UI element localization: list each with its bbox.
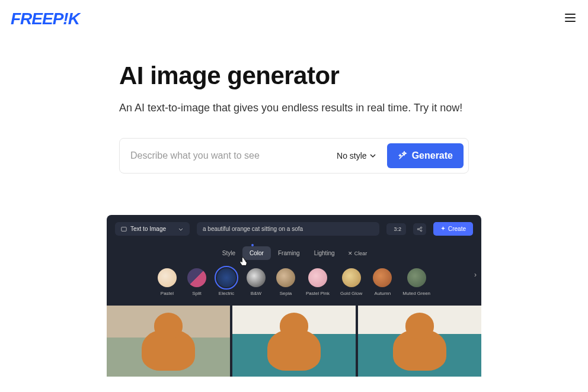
result-image[interactable] (358, 306, 481, 377)
tab-lighting[interactable]: Lighting (307, 246, 342, 260)
menu-icon[interactable] (563, 11, 577, 27)
swatch-icon (217, 268, 236, 287)
tab-color[interactable]: Color (242, 246, 271, 260)
main-content: AI image generator An AI text-to-image t… (113, 62, 475, 173)
create-button[interactable]: Create (433, 222, 473, 236)
style-option-split[interactable]: Split (187, 268, 206, 296)
editor-preview: Text to Image a beautiful orange cat sit… (107, 215, 481, 377)
chevron-down-icon (178, 226, 184, 232)
share-icon (417, 226, 423, 232)
ratio-label: 3:2 (394, 226, 401, 232)
chevron-right-icon: › (474, 271, 477, 279)
style-label: Split (192, 291, 202, 296)
style-label: Pastel Pink (306, 291, 330, 296)
filter-tabs: Style Color Framing Lighting ✕ Clear (107, 243, 481, 260)
swatch-icon (187, 268, 206, 287)
svg-point-7 (420, 230, 422, 232)
create-button-label: Create (448, 226, 466, 232)
style-option-pastel[interactable]: Pastel (158, 268, 177, 296)
chevron-down-icon (369, 152, 376, 159)
swatch-icon (373, 268, 392, 287)
editor-toolbar: Text to Image a beautiful orange cat sit… (107, 215, 481, 243)
svg-point-6 (420, 227, 422, 229)
prompt-box: No style Generate (119, 138, 469, 173)
result-image[interactable] (107, 306, 230, 377)
page-title: AI image generator (119, 62, 469, 90)
close-icon: ✕ (348, 250, 353, 256)
swatch-icon (308, 268, 327, 287)
color-style-carousel: Pastel Split Electric B&W Sepia Pastel P… (107, 260, 481, 306)
style-dropdown[interactable]: No style (333, 151, 380, 160)
magic-wand-icon (398, 151, 407, 160)
aspect-ratio-button[interactable]: 3:2 (386, 223, 406, 235)
swatch-icon (276, 268, 295, 287)
style-label: Gold Glow (340, 291, 362, 296)
generate-button[interactable]: Generate (387, 143, 464, 168)
carousel-next-button[interactable]: › (474, 271, 477, 279)
swatch-icon (407, 268, 426, 287)
tab-framing[interactable]: Framing (271, 246, 307, 260)
result-image[interactable] (232, 306, 356, 377)
share-button[interactable] (413, 223, 426, 235)
style-label: Pastel (161, 291, 174, 296)
style-option-pastel-pink[interactable]: Pastel Pink (306, 268, 330, 296)
result-grid (107, 306, 481, 377)
header: FREEP!K (0, 0, 588, 38)
swatch-icon (247, 268, 266, 287)
svg-point-5 (417, 228, 419, 230)
style-dropdown-label: No style (337, 151, 367, 160)
style-option-autumn[interactable]: Autumn (373, 268, 392, 296)
style-option-electric[interactable]: Electric (217, 268, 236, 296)
prompt-input[interactable] (130, 150, 326, 161)
mode-dropdown[interactable]: Text to Image (115, 222, 190, 236)
style-option-bw[interactable]: B&W (247, 268, 266, 296)
sparkle-icon (440, 226, 446, 232)
page-subtitle: An AI text-to-image that gives you endle… (119, 102, 469, 114)
style-label: Sepia (280, 291, 292, 296)
svg-rect-3 (122, 227, 126, 231)
style-label: Electric (219, 291, 234, 296)
style-option-sepia[interactable]: Sepia (276, 268, 295, 296)
swatch-icon (342, 268, 361, 287)
style-label: Autumn (375, 291, 391, 296)
style-label: Muted Green (402, 291, 430, 296)
style-option-muted-green[interactable]: Muted Green (402, 268, 430, 296)
mode-label: Text to Image (130, 226, 166, 232)
swatch-icon (158, 268, 177, 287)
style-label: B&W (251, 291, 261, 296)
active-indicator-dot (251, 244, 254, 246)
logo[interactable]: FREEP!K (11, 9, 79, 28)
clear-label: Clear (354, 250, 368, 256)
image-icon (121, 226, 127, 232)
style-option-gold-glow[interactable]: Gold Glow (340, 268, 362, 296)
tab-style[interactable]: Style (215, 246, 242, 260)
editor-prompt-input[interactable]: a beautiful orange cat sitting on a sofa (197, 222, 379, 236)
generate-button-label: Generate (412, 150, 453, 161)
clear-button[interactable]: ✕ Clear (342, 246, 373, 260)
